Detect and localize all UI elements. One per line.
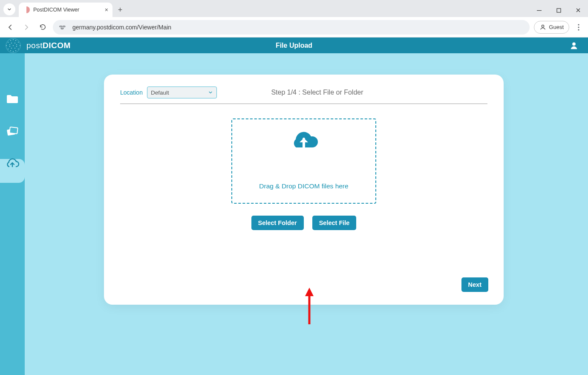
svg-point-11 [8, 42, 9, 43]
svg-rect-3 [63, 26, 65, 26]
tab-strip: PostDICOM Viewer × + [0, 0, 588, 17]
button-row: Select Folder Select File [120, 216, 487, 230]
address-row: germany.postdicom.com/Viewer/Main Guest [0, 17, 588, 38]
svg-rect-4 [61, 28, 63, 29]
chevron-down-icon [7, 7, 12, 12]
svg-point-6 [578, 24, 579, 25]
tab-title: PostDICOM Viewer [33, 7, 79, 13]
svg-point-5 [542, 25, 544, 27]
svg-point-12 [8, 49, 9, 49]
nav-forward [20, 21, 32, 33]
profile-guest[interactable]: Guest [534, 21, 569, 34]
dropzone-text: Drag & Drop DICOM files here [259, 182, 348, 190]
svg-point-18 [15, 50, 16, 51]
location-label: Location [120, 89, 143, 96]
close-tab-icon[interactable]: × [105, 6, 108, 13]
address-bar[interactable]: germany.postdicom.com/Viewer/Main [53, 20, 530, 35]
select-folder-button[interactable]: Select Folder [251, 216, 304, 230]
guest-label: Guest [549, 24, 564, 30]
step-title: Step 1/4 : Select File or Folder [147, 89, 487, 96]
brand-emblem-icon [0, 38, 26, 53]
brand-prefix: post [26, 41, 43, 50]
images-icon [6, 125, 19, 137]
svg-rect-1 [557, 9, 561, 12]
user-menu[interactable] [569, 41, 579, 50]
url-text: germany.postdicom.com/Viewer/Main [72, 24, 171, 31]
svg-point-30 [13, 45, 14, 46]
svg-point-31 [572, 42, 576, 46]
person-icon [569, 41, 579, 50]
sidebar-item-upload[interactable] [4, 156, 20, 172]
page-title: File Upload [0, 42, 588, 49]
window-controls [529, 3, 588, 17]
person-icon [539, 24, 546, 31]
svg-point-24 [14, 43, 15, 43]
svg-point-22 [9, 44, 10, 45]
next-button[interactable]: Next [461, 277, 488, 292]
browser-tab[interactable]: PostDICOM Viewer × [19, 3, 112, 17]
app-root: postDICOM File Upload [0, 38, 588, 375]
svg-point-8 [578, 29, 579, 30]
svg-rect-33 [9, 127, 17, 134]
sidebar-item-viewer[interactable] [4, 123, 20, 139]
svg-point-25 [16, 44, 17, 45]
brand-suffix: DICOM [43, 41, 71, 50]
main-canvas: Location Default Step 1/4 : Select File … [25, 53, 588, 375]
svg-point-28 [11, 48, 12, 49]
upload-card: Location Default Step 1/4 : Select File … [104, 75, 504, 305]
sidebar [0, 53, 25, 375]
svg-point-13 [10, 40, 11, 41]
svg-point-10 [6, 45, 7, 46]
tab-list-caret[interactable] [3, 3, 15, 15]
dropzone[interactable]: Drag & Drop DICOM files here [231, 118, 376, 204]
svg-point-29 [9, 46, 10, 47]
window-close[interactable] [568, 3, 588, 17]
svg-point-19 [18, 42, 19, 43]
app-body: Location Default Step 1/4 : Select File … [0, 53, 588, 375]
browser-menu[interactable] [574, 22, 584, 32]
app-topbar: postDICOM File Upload [0, 38, 588, 53]
new-tab-button[interactable]: + [114, 4, 126, 16]
card-header: Location Default Step 1/4 : Select File … [120, 87, 487, 104]
window-maximize[interactable] [549, 3, 568, 17]
select-file-button[interactable]: Select File [312, 216, 357, 230]
svg-point-16 [13, 51, 14, 52]
favicon-icon [23, 6, 30, 13]
window-minimize[interactable] [529, 3, 549, 17]
cloud-upload-icon [289, 129, 318, 152]
svg-point-23 [11, 43, 12, 43]
site-info-icon[interactable] [59, 23, 67, 32]
nav-back[interactable] [4, 21, 16, 33]
svg-point-26 [16, 46, 17, 47]
sidebar-item-folders[interactable] [4, 91, 20, 107]
svg-point-14 [10, 50, 11, 51]
svg-point-15 [13, 39, 14, 40]
svg-point-20 [18, 49, 19, 49]
brand-logo[interactable]: postDICOM [26, 41, 71, 50]
svg-point-7 [578, 26, 579, 28]
svg-point-21 [20, 45, 20, 46]
svg-point-17 [15, 40, 16, 41]
cloud-upload-icon [6, 158, 19, 169]
nav-reload[interactable] [37, 21, 49, 33]
folder-icon [6, 93, 19, 104]
browser-chrome: PostDICOM Viewer × + germany.postdicom.c… [0, 0, 588, 38]
svg-rect-2 [60, 26, 62, 26]
svg-point-27 [14, 48, 15, 49]
svg-rect-0 [537, 10, 542, 11]
